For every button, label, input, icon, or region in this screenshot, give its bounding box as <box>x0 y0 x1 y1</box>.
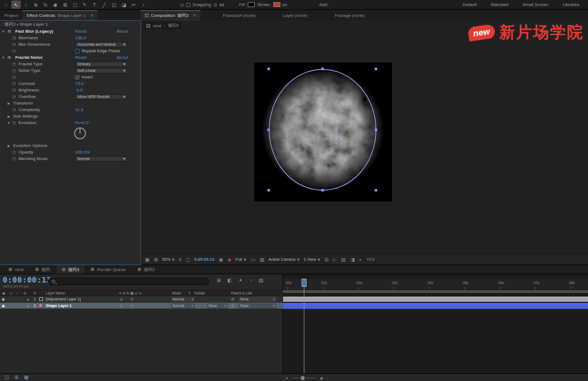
mask-visibility-icon[interactable]: ◻ <box>186 257 190 262</box>
stopwatch-icon[interactable]: ◷ <box>12 67 16 74</box>
twirl-right-icon[interactable]: ▶ <box>8 100 10 107</box>
pixel-aspect-icon[interactable]: ⊟ <box>324 257 329 262</box>
stopwatch-icon[interactable]: ◷ <box>12 107 16 113</box>
stopwatch-icon[interactable]: ◷ <box>12 35 16 41</box>
render-toggle-icon[interactable]: ◫ <box>4 374 9 380</box>
home-tool[interactable]: ⌂ <box>2 1 11 9</box>
bottom-tab-3[interactable]: Render Queue <box>85 265 131 274</box>
pickwhip-icon[interactable]: @ <box>231 303 235 309</box>
parent-dropdown[interactable]: None▾ <box>238 297 277 302</box>
fx-badge-icon[interactable]: fx <box>8 28 11 35</box>
layer-row-2[interactable]: ◉▶2✱Shape Layer 1⊘fxNormal▾None▾@None▾ <box>0 303 283 309</box>
exposure-icon[interactable]: ◐ <box>359 257 362 262</box>
breadcrumb-item[interactable]: rend <box>153 23 161 28</box>
stopwatch-icon[interactable]: ◷ <box>12 120 16 126</box>
stopwatch-icon[interactable]: ◷ <box>12 156 16 162</box>
panel-menu-icon[interactable]: ≡ <box>193 13 196 18</box>
layer-row-1[interactable]: ◉▶1[Adjustment Layer 1]⊘fxNormal▾@None▾ <box>0 296 283 303</box>
brush-tool[interactable]: ╱ <box>100 1 109 9</box>
timeline-button-icon[interactable]: ▤ <box>341 257 346 262</box>
mask-handle[interactable] <box>267 189 270 192</box>
clone-stamp-tool[interactable]: ◱ <box>109 1 119 9</box>
mode-dropdown[interactable]: Normal▾ <box>171 303 195 309</box>
guides-grid-icon[interactable]: # <box>179 257 182 262</box>
stopwatch-icon[interactable]: ◷ <box>12 61 16 67</box>
bottom-tab-1[interactable]: 做药 <box>30 265 56 274</box>
work-area-bar[interactable] <box>283 290 588 293</box>
layer-name[interactable]: [Adjustment Layer 1] <box>46 296 81 303</box>
stroke-swatch[interactable] <box>273 2 280 7</box>
preview-monitor-icon[interactable]: ▣ <box>145 257 150 262</box>
property-value[interactable]: 73.0 <box>75 81 84 87</box>
shy-icon[interactable]: ✦ <box>238 278 243 283</box>
tab-effect-controls[interactable]: Effect Controls Shape Layer 1 ≡ <box>22 10 97 21</box>
fast-previews-icon[interactable]: ▷ <box>333 257 336 262</box>
tab-footage[interactable]: Footage (none) <box>330 10 369 21</box>
property-value[interactable]: 11.3 <box>75 107 83 113</box>
property-dropdown[interactable]: Soft Linear▾ <box>75 68 127 73</box>
zoom-slider-handle[interactable] <box>301 376 304 380</box>
trkmat-dropdown[interactable]: None▾ <box>207 303 228 309</box>
timeline-zoom-slider[interactable] <box>291 378 316 378</box>
type-tool[interactable]: T <box>90 1 99 9</box>
stopwatch-icon[interactable]: ◷ <box>12 81 16 87</box>
snap-option-icon-1[interactable]: ⊙ <box>213 2 217 8</box>
timeline-timecode[interactable]: 0:00:00:13 <box>3 275 51 284</box>
visibility-eye-icon[interactable]: ◉ <box>2 303 5 309</box>
property-value[interactable]: 136.0 <box>75 35 86 41</box>
twirl-down-icon[interactable]: ▼ <box>2 28 5 35</box>
mode-dropdown[interactable]: Normal▾ <box>171 297 195 302</box>
viewer-timecode[interactable]: 0:00:00:13 <box>194 257 215 262</box>
mask-handle[interactable] <box>375 128 377 131</box>
shape-tool[interactable]: ◻ <box>70 1 79 9</box>
angle-dial[interactable] <box>74 127 86 139</box>
mask-handle[interactable] <box>375 67 377 70</box>
twirl-down-icon[interactable]: ▼ <box>7 120 10 126</box>
camera-dropdown[interactable]: Active Camera ▾ <box>268 257 299 262</box>
layer-duration-bar-adjustment[interactable] <box>283 297 588 302</box>
workspace-small-screen[interactable]: Small Screen <box>516 2 556 7</box>
zoom-out-mountain-icon[interactable]: ▲ <box>285 376 289 379</box>
stopwatch-icon[interactable]: ◷ <box>12 87 16 94</box>
current-time-indicator-handle[interactable] <box>302 279 307 287</box>
property-checkbox[interactable] <box>75 49 79 53</box>
stopwatch-icon[interactable]: ◷ <box>12 149 16 156</box>
effect-reset-button[interactable]: Reset <box>75 54 87 61</box>
roto-brush-tool[interactable]: ✄ <box>129 1 138 9</box>
orbit-camera-tool[interactable]: ↻ <box>41 1 50 9</box>
property-checkbox[interactable] <box>75 75 79 79</box>
property-dropdown[interactable]: Normal▾ <box>75 156 127 162</box>
tab-project[interactable]: Project <box>0 10 22 21</box>
pen-tool[interactable]: ✎ <box>80 1 89 9</box>
pan-behind-tool[interactable]: ⊞ <box>60 1 70 9</box>
time-ruler[interactable]: 00s01s02s03s04s05s06s07s08s <box>283 279 588 290</box>
visibility-eye-icon[interactable]: ◉ <box>2 296 5 303</box>
roi-icon[interactable]: ▭ <box>250 257 255 262</box>
multi-view-icon[interactable]: ⊞ <box>154 257 158 262</box>
property-value[interactable]: -5.0 <box>75 87 83 94</box>
breadcrumb-item-current[interactable]: 做药3 <box>168 23 179 28</box>
mask-handle[interactable] <box>321 67 324 70</box>
collapse-switch-icon[interactable]: ⊘ <box>120 296 123 303</box>
layer-duration-bar-shape[interactable] <box>283 303 588 309</box>
effect-about-link[interactable]: About. <box>117 28 129 35</box>
effect-reset-button[interactable]: Reset <box>75 28 87 35</box>
camera-tool[interactable]: ◉ <box>51 1 60 9</box>
mask-handle[interactable] <box>267 128 270 131</box>
effects-switch-icon[interactable]: fx <box>131 303 133 309</box>
layer-name[interactable]: Shape Layer 1 <box>46 303 71 309</box>
fx-badge-icon[interactable]: fx <box>8 54 11 61</box>
motion-blur-icon[interactable]: ◔ <box>249 278 252 283</box>
snap-option-icon-2[interactable]: ⋈ <box>219 2 224 8</box>
stopwatch-icon[interactable]: ◷ <box>12 41 16 48</box>
parent-dropdown[interactable]: None▾ <box>238 303 277 309</box>
stopwatch-icon[interactable]: ◷ <box>12 48 16 54</box>
twirl-down-icon[interactable]: ▼ <box>2 54 5 61</box>
property-dropdown[interactable]: Allow HDR Results▾ <box>75 94 127 100</box>
collapse-switch-icon[interactable]: ⊘ <box>120 303 123 309</box>
workspace-libraries[interactable]: Libraries <box>555 2 586 7</box>
layer-twirl-icon[interactable]: ▶ <box>27 296 29 303</box>
zoom-in-mountain-icon[interactable]: ▲ <box>319 375 324 380</box>
eraser-tool[interactable]: ◪ <box>119 1 128 9</box>
search-input[interactable] <box>58 279 205 284</box>
